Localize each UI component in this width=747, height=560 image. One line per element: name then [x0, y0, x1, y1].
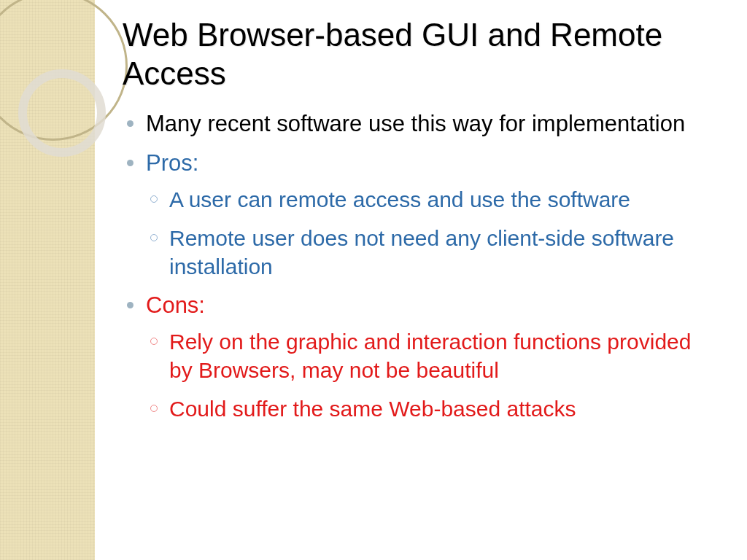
list-item: Could suffer the same Web-based attacks	[146, 394, 718, 423]
bullet-intro: Many recent software use this way for im…	[123, 109, 718, 139]
bullet-text: Remote user does not need any client-sid…	[169, 226, 674, 279]
bullet-text: Could suffer the same Web-based attacks	[169, 397, 576, 421]
bullet-list: Many recent software use this way for im…	[123, 109, 718, 424]
list-item: Rely on the graphic and interaction func…	[146, 327, 718, 384]
list-item: A user can remote access and use the sof…	[146, 185, 718, 214]
list-item: Remote user does not need any client-sid…	[146, 224, 718, 281]
slide-title: Web Browser-based GUI and Remote Access	[123, 16, 718, 93]
bullet-text: A user can remote access and use the sof…	[169, 187, 630, 211]
bullet-text: Rely on the graphic and interaction func…	[169, 330, 691, 382]
bullet-cons: Cons: Rely on the graphic and interactio…	[123, 291, 718, 423]
bullet-label: Pros:	[146, 150, 198, 176]
bullet-pros: Pros: A user can remote access and use t…	[123, 149, 718, 281]
slide-content: Web Browser-based GUI and Remote Access …	[95, 0, 747, 433]
decorative-circle-small	[18, 69, 106, 157]
cons-sub-list: Rely on the graphic and interaction func…	[146, 327, 718, 423]
pros-sub-list: A user can remote access and use the sof…	[146, 185, 718, 281]
bullet-text: Many recent software use this way for im…	[146, 111, 685, 136]
bullet-label: Cons:	[146, 292, 205, 318]
